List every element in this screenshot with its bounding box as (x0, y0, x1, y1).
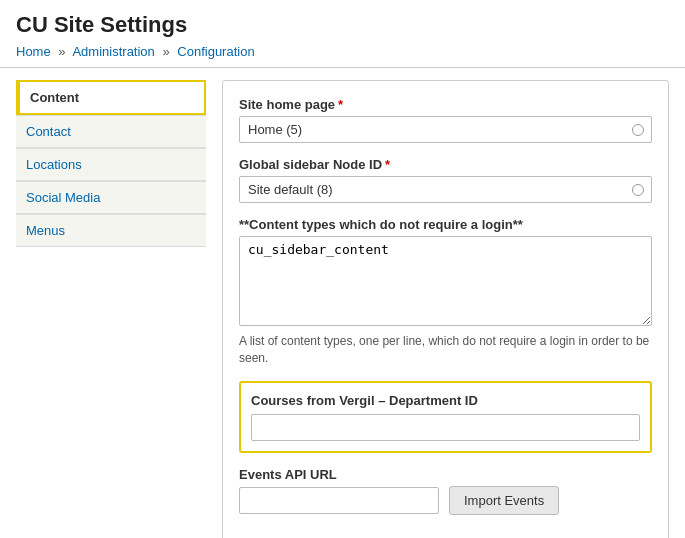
content-panel: Site home page * Home (5) Global sidebar… (222, 80, 669, 538)
required-marker-2: * (385, 157, 390, 172)
breadcrumb-sep-2: » (162, 44, 169, 59)
sidebar-item-menus[interactable]: Menus (16, 215, 206, 247)
content-types-textarea[interactable]: cu_sidebar_content (239, 236, 652, 326)
sidebar-item-social-media[interactable]: Social Media (16, 182, 206, 214)
global-sidebar-node-id-select[interactable]: Site default (8) (239, 176, 652, 203)
events-api-url-group: Events API URL Import Events (239, 467, 652, 515)
global-sidebar-node-id-label: Global sidebar Node ID * (239, 157, 652, 172)
site-home-page-select-wrapper: Home (5) (239, 116, 652, 143)
page-title: CU Site Settings (16, 12, 669, 38)
courses-vergil-group: Courses from Vergil – Department ID (239, 381, 652, 453)
events-row: Import Events (239, 486, 652, 515)
import-events-button[interactable]: Import Events (449, 486, 559, 515)
events-api-url-input[interactable] (239, 487, 439, 514)
breadcrumb: Home » Administration » Configuration (16, 44, 669, 59)
main-content: Content Contact Locations Social Media M… (0, 68, 685, 538)
content-types-label: **Content types which do not require a l… (239, 217, 652, 232)
breadcrumb-admin[interactable]: Administration (72, 44, 154, 59)
global-sidebar-node-id-group: Global sidebar Node ID * Site default (8… (239, 157, 652, 203)
global-sidebar-select-wrapper: Site default (8) (239, 176, 652, 203)
sidebar-item-locations[interactable]: Locations (16, 149, 206, 181)
courses-vergil-input[interactable] (251, 414, 640, 441)
site-home-page-label: Site home page * (239, 97, 652, 112)
sidebar-item-contact[interactable]: Contact (16, 116, 206, 148)
sidebar-item-content[interactable]: Content (16, 80, 206, 115)
required-marker-1: * (338, 97, 343, 112)
select-radio-1 (632, 124, 644, 136)
content-types-description: A list of content types, one per line, w… (239, 333, 652, 367)
courses-vergil-label: Courses from Vergil – Department ID (251, 393, 640, 408)
breadcrumb-config[interactable]: Configuration (177, 44, 254, 59)
site-home-page-select[interactable]: Home (5) (239, 116, 652, 143)
page-header: CU Site Settings Home » Administration »… (0, 0, 685, 68)
sidebar: Content Contact Locations Social Media M… (16, 80, 206, 538)
breadcrumb-home[interactable]: Home (16, 44, 51, 59)
breadcrumb-sep-1: » (58, 44, 65, 59)
events-api-url-label: Events API URL (239, 467, 652, 482)
select-radio-2 (632, 184, 644, 196)
content-types-group: **Content types which do not require a l… (239, 217, 652, 367)
site-home-page-group: Site home page * Home (5) (239, 97, 652, 143)
